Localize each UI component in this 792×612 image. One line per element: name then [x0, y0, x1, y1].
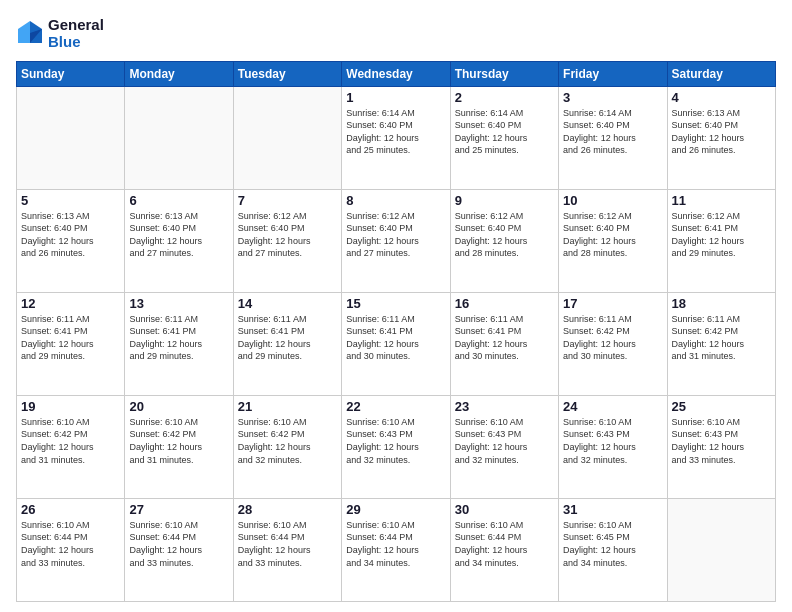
calendar-cell: 13Sunrise: 6:11 AMSunset: 6:41 PMDayligh…	[125, 292, 233, 395]
calendar-table: SundayMondayTuesdayWednesdayThursdayFrid…	[16, 61, 776, 603]
calendar-cell: 22Sunrise: 6:10 AMSunset: 6:43 PMDayligh…	[342, 395, 450, 498]
day-info: Sunrise: 6:12 AMSunset: 6:40 PMDaylight:…	[455, 210, 554, 260]
calendar-cell: 19Sunrise: 6:10 AMSunset: 6:42 PMDayligh…	[17, 395, 125, 498]
logo-text: General Blue	[48, 16, 104, 51]
day-info: Sunrise: 6:10 AMSunset: 6:42 PMDaylight:…	[129, 416, 228, 466]
calendar-cell	[125, 86, 233, 189]
day-number: 31	[563, 502, 662, 517]
calendar-cell: 17Sunrise: 6:11 AMSunset: 6:42 PMDayligh…	[559, 292, 667, 395]
day-info: Sunrise: 6:10 AMSunset: 6:42 PMDaylight:…	[21, 416, 120, 466]
day-number: 7	[238, 193, 337, 208]
calendar-cell: 18Sunrise: 6:11 AMSunset: 6:42 PMDayligh…	[667, 292, 775, 395]
day-info: Sunrise: 6:14 AMSunset: 6:40 PMDaylight:…	[455, 107, 554, 157]
day-info: Sunrise: 6:10 AMSunset: 6:43 PMDaylight:…	[346, 416, 445, 466]
day-number: 10	[563, 193, 662, 208]
calendar-week-row: 5Sunrise: 6:13 AMSunset: 6:40 PMDaylight…	[17, 189, 776, 292]
day-number: 23	[455, 399, 554, 414]
day-number: 27	[129, 502, 228, 517]
day-info: Sunrise: 6:11 AMSunset: 6:42 PMDaylight:…	[672, 313, 771, 363]
day-info: Sunrise: 6:12 AMSunset: 6:40 PMDaylight:…	[346, 210, 445, 260]
day-info: Sunrise: 6:13 AMSunset: 6:40 PMDaylight:…	[129, 210, 228, 260]
weekday-header-cell: Thursday	[450, 61, 558, 86]
day-number: 16	[455, 296, 554, 311]
day-number: 2	[455, 90, 554, 105]
day-number: 11	[672, 193, 771, 208]
day-number: 4	[672, 90, 771, 105]
day-info: Sunrise: 6:12 AMSunset: 6:40 PMDaylight:…	[563, 210, 662, 260]
weekday-header-cell: Saturday	[667, 61, 775, 86]
calendar-cell: 21Sunrise: 6:10 AMSunset: 6:42 PMDayligh…	[233, 395, 341, 498]
calendar-week-row: 12Sunrise: 6:11 AMSunset: 6:41 PMDayligh…	[17, 292, 776, 395]
day-info: Sunrise: 6:12 AMSunset: 6:40 PMDaylight:…	[238, 210, 337, 260]
calendar-cell: 29Sunrise: 6:10 AMSunset: 6:44 PMDayligh…	[342, 498, 450, 601]
calendar-cell: 25Sunrise: 6:10 AMSunset: 6:43 PMDayligh…	[667, 395, 775, 498]
calendar-cell: 30Sunrise: 6:10 AMSunset: 6:44 PMDayligh…	[450, 498, 558, 601]
calendar-cell: 15Sunrise: 6:11 AMSunset: 6:41 PMDayligh…	[342, 292, 450, 395]
day-number: 19	[21, 399, 120, 414]
day-number: 30	[455, 502, 554, 517]
day-number: 12	[21, 296, 120, 311]
day-info: Sunrise: 6:12 AMSunset: 6:41 PMDaylight:…	[672, 210, 771, 260]
day-number: 1	[346, 90, 445, 105]
calendar-cell: 28Sunrise: 6:10 AMSunset: 6:44 PMDayligh…	[233, 498, 341, 601]
day-number: 14	[238, 296, 337, 311]
calendar-cell: 12Sunrise: 6:11 AMSunset: 6:41 PMDayligh…	[17, 292, 125, 395]
calendar-week-row: 19Sunrise: 6:10 AMSunset: 6:42 PMDayligh…	[17, 395, 776, 498]
day-info: Sunrise: 6:10 AMSunset: 6:44 PMDaylight:…	[21, 519, 120, 569]
day-info: Sunrise: 6:11 AMSunset: 6:42 PMDaylight:…	[563, 313, 662, 363]
day-info: Sunrise: 6:10 AMSunset: 6:44 PMDaylight:…	[129, 519, 228, 569]
day-info: Sunrise: 6:10 AMSunset: 6:44 PMDaylight:…	[238, 519, 337, 569]
calendar-cell: 23Sunrise: 6:10 AMSunset: 6:43 PMDayligh…	[450, 395, 558, 498]
day-info: Sunrise: 6:10 AMSunset: 6:44 PMDaylight:…	[455, 519, 554, 569]
calendar-cell: 14Sunrise: 6:11 AMSunset: 6:41 PMDayligh…	[233, 292, 341, 395]
day-info: Sunrise: 6:11 AMSunset: 6:41 PMDaylight:…	[346, 313, 445, 363]
calendar-week-row: 1Sunrise: 6:14 AMSunset: 6:40 PMDaylight…	[17, 86, 776, 189]
calendar-cell	[17, 86, 125, 189]
day-info: Sunrise: 6:10 AMSunset: 6:43 PMDaylight:…	[672, 416, 771, 466]
calendar-cell: 16Sunrise: 6:11 AMSunset: 6:41 PMDayligh…	[450, 292, 558, 395]
calendar-cell	[667, 498, 775, 601]
day-info: Sunrise: 6:11 AMSunset: 6:41 PMDaylight:…	[21, 313, 120, 363]
day-info: Sunrise: 6:11 AMSunset: 6:41 PMDaylight:…	[238, 313, 337, 363]
calendar-body: 1Sunrise: 6:14 AMSunset: 6:40 PMDaylight…	[17, 86, 776, 602]
day-number: 21	[238, 399, 337, 414]
day-info: Sunrise: 6:10 AMSunset: 6:42 PMDaylight:…	[238, 416, 337, 466]
day-info: Sunrise: 6:10 AMSunset: 6:45 PMDaylight:…	[563, 519, 662, 569]
day-number: 15	[346, 296, 445, 311]
day-number: 6	[129, 193, 228, 208]
day-number: 13	[129, 296, 228, 311]
calendar-cell: 5Sunrise: 6:13 AMSunset: 6:40 PMDaylight…	[17, 189, 125, 292]
calendar-cell: 3Sunrise: 6:14 AMSunset: 6:40 PMDaylight…	[559, 86, 667, 189]
day-info: Sunrise: 6:11 AMSunset: 6:41 PMDaylight:…	[129, 313, 228, 363]
calendar-cell: 24Sunrise: 6:10 AMSunset: 6:43 PMDayligh…	[559, 395, 667, 498]
calendar-cell: 4Sunrise: 6:13 AMSunset: 6:40 PMDaylight…	[667, 86, 775, 189]
header: General Blue	[16, 16, 776, 51]
calendar-cell: 31Sunrise: 6:10 AMSunset: 6:45 PMDayligh…	[559, 498, 667, 601]
day-number: 5	[21, 193, 120, 208]
calendar-cell: 26Sunrise: 6:10 AMSunset: 6:44 PMDayligh…	[17, 498, 125, 601]
day-number: 25	[672, 399, 771, 414]
day-number: 18	[672, 296, 771, 311]
day-number: 9	[455, 193, 554, 208]
day-number: 26	[21, 502, 120, 517]
calendar-cell: 2Sunrise: 6:14 AMSunset: 6:40 PMDaylight…	[450, 86, 558, 189]
day-info: Sunrise: 6:13 AMSunset: 6:40 PMDaylight:…	[21, 210, 120, 260]
calendar-week-row: 26Sunrise: 6:10 AMSunset: 6:44 PMDayligh…	[17, 498, 776, 601]
calendar-cell	[233, 86, 341, 189]
calendar-cell: 8Sunrise: 6:12 AMSunset: 6:40 PMDaylight…	[342, 189, 450, 292]
weekday-header-cell: Wednesday	[342, 61, 450, 86]
day-number: 22	[346, 399, 445, 414]
calendar-cell: 27Sunrise: 6:10 AMSunset: 6:44 PMDayligh…	[125, 498, 233, 601]
day-info: Sunrise: 6:13 AMSunset: 6:40 PMDaylight:…	[672, 107, 771, 157]
weekday-header-row: SundayMondayTuesdayWednesdayThursdayFrid…	[17, 61, 776, 86]
calendar-cell: 10Sunrise: 6:12 AMSunset: 6:40 PMDayligh…	[559, 189, 667, 292]
day-number: 3	[563, 90, 662, 105]
day-info: Sunrise: 6:10 AMSunset: 6:43 PMDaylight:…	[455, 416, 554, 466]
calendar-cell: 1Sunrise: 6:14 AMSunset: 6:40 PMDaylight…	[342, 86, 450, 189]
day-info: Sunrise: 6:10 AMSunset: 6:43 PMDaylight:…	[563, 416, 662, 466]
day-info: Sunrise: 6:14 AMSunset: 6:40 PMDaylight:…	[346, 107, 445, 157]
svg-marker-1	[18, 21, 30, 43]
page: General Blue SundayMondayTuesdayWednesda…	[0, 0, 792, 612]
day-number: 17	[563, 296, 662, 311]
weekday-header-cell: Sunday	[17, 61, 125, 86]
